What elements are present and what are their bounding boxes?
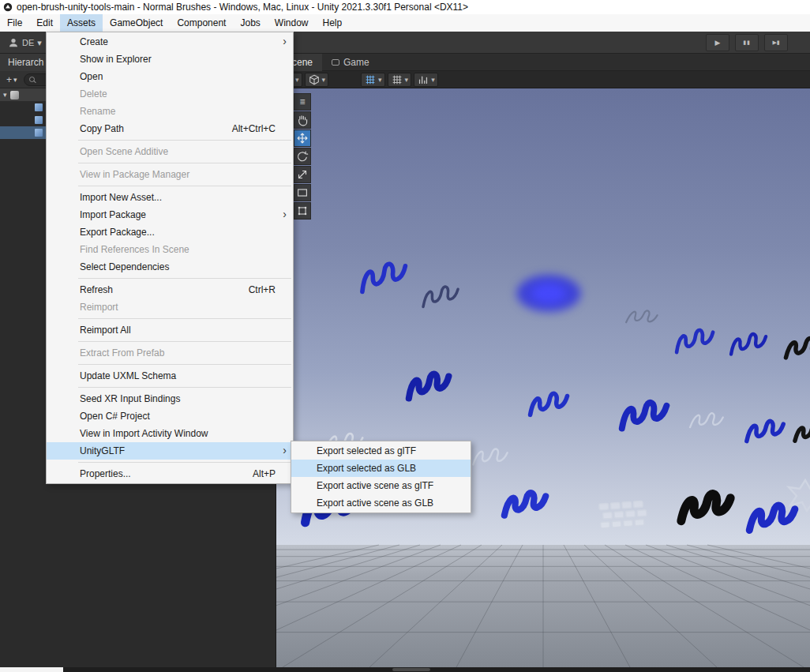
tool-handle-dropdown[interactable]: ▾ [414,73,438,87]
brush-stroke [726,328,772,362]
brush-strokes-layer [276,88,810,667]
menu-item-reimport-all[interactable]: Reimport All [47,321,293,339]
step-button[interactable]: ▶▮ [764,34,788,51]
submenu-item-export-selected-as-gltf[interactable]: Export selected as glTF [291,442,471,460]
chevron-down-icon: ▾ [295,76,299,84]
menu-item-update-uxml-schema[interactable]: Update UXML Schema [47,367,293,385]
menu-item-label: Extract From Prefab [80,347,164,359]
menubar-item-assets[interactable]: Assets [60,14,103,32]
menu-item-show-in-explorer[interactable]: Show in Explorer [47,51,293,68]
brush-stroke [685,406,727,437]
menu-item-label: Open Scene Additive [80,146,168,157]
rotate-tool-icon [295,149,309,163]
menu-item-view-in-package-manager[interactable]: View in Package Manager [47,166,293,183]
chevron-down-icon: ▾ [37,38,42,48]
scale-tool-icon [295,167,309,182]
scene-viewport[interactable]: ≡ [276,88,810,667]
move-tool[interactable] [294,130,311,147]
menu-item-copy-path[interactable]: Copy PathAlt+Ctrl+C [47,120,293,137]
rotate-tool[interactable] [294,148,311,165]
scale-tool[interactable] [294,166,311,183]
menu-separator [78,278,291,279]
menu-item-create[interactable]: Create› [47,33,293,51]
brush-stroke [614,395,673,438]
menubar-item-help[interactable]: Help [316,14,350,32]
rect-tool[interactable] [294,184,311,201]
menu-item-properties[interactable]: Properties...Alt+P [47,465,293,482]
menu-item-reimport[interactable]: Reimport [47,298,293,316]
transform-tool[interactable] [294,202,311,220]
menu-item-delete[interactable]: Delete [47,85,293,103]
menu-item-label: Export Package... [80,227,155,238]
foldout-caret-icon: ▾ [3,91,7,99]
menubar-item-edit[interactable]: Edit [29,14,60,32]
effects-dropdown[interactable]: ▾ [305,73,329,87]
menu-item-label: Reimport [80,302,118,313]
menu-item-label: Open C# Project [80,411,150,422]
menu-item-extract-from-prefab[interactable]: Extract From Prefab [47,344,293,362]
menu-item-label: Seed XR Input Bindings [80,393,180,404]
menu-bar: FileEditAssetsGameObjectComponentJobsWin… [0,14,810,32]
plus-icon: + [6,74,12,85]
submenu-item-export-active-scene-as-glb[interactable]: Export active scene as GLB [291,494,471,512]
menu-separator [78,163,291,163]
menu-item-label: View in Import Activity Window [80,428,208,439]
menubar-item-gameobject[interactable]: GameObject [103,14,170,32]
step-icon: ▶▮ [772,39,779,46]
menubar-item-jobs[interactable]: Jobs [233,14,267,32]
brush-stroke [418,280,464,314]
submenu-item-label: Export active scene as glTF [317,480,433,491]
overlay-menu-icon: ≡ [299,96,305,107]
menubar-item-file[interactable]: File [0,14,29,32]
unity-window: { "window": { "title": "open-brush-unity… [0,0,810,672]
bottom-overlay-pill [392,668,430,671]
menubar-item-window[interactable]: Window [268,14,316,32]
menu-item-view-in-import-activity-window[interactable]: View in Import Activity Window [47,425,293,442]
submenu-arrow-icon: › [283,35,287,47]
submenu-item-export-active-scene-as-gltf[interactable]: Export active scene as glTF [291,477,471,494]
tab-hierarchy[interactable]: Hierarch [0,54,51,71]
brush-stroke [509,266,588,321]
menu-item-import-package[interactable]: Import Package› [47,206,293,223]
menu-item-seed-xr-input-bindings[interactable]: Seed XR Input Bindings [47,390,293,407]
menu-item-rename[interactable]: Rename [47,103,293,120]
view-tool[interactable] [294,111,311,129]
submenu-item-export-selected-as-glb[interactable]: Export selected as GLB [291,460,471,477]
menu-item-open-scene-additive[interactable]: Open Scene Additive [47,143,293,160]
account-dropdown[interactable]: DE ▾ [3,35,47,51]
scene-asset-icon [10,91,19,99]
menu-item-export-package[interactable]: Export Package... [47,223,293,241]
submenu-item-label: Export active scene as GLB [317,497,433,509]
snap-increment-dropdown[interactable]: ▾ [388,73,412,87]
menu-item-import-new-asset[interactable]: Import New Asset... [47,189,293,206]
menu-item-find-references-in-scene[interactable]: Find References In Scene [47,241,293,258]
rect-tool-icon [295,186,309,200]
menu-item-open[interactable]: Open [47,68,293,85]
menu-item-select-dependencies[interactable]: Select Dependencies [47,258,293,276]
menubar-item-component[interactable]: Component [170,14,233,32]
menu-item-label: Rename [80,106,115,117]
assets-menu-panel: Create›Show in ExplorerOpenDeleteRenameC… [46,32,294,484]
pause-button[interactable]: ▮▮ [735,34,759,51]
menu-item-refresh[interactable]: RefreshCtrl+R [47,281,293,298]
grid-visibility-dropdown[interactable]: ▾ [361,73,385,87]
menu-item-label: View in Package Manager [80,169,189,180]
gameobject-icon [35,129,43,137]
overlay-menu-button[interactable]: ≡ [294,93,311,111]
menu-item-open-c-project[interactable]: Open C# Project [47,407,293,425]
grid-icon [391,73,403,86]
tab-game[interactable]: Game [322,54,379,71]
menu-item-label: UnityGLTF [80,445,125,456]
window-title: open-brush-unity-tools-main - Normal Bru… [17,2,468,13]
add-object-button[interactable]: + ▾ [3,74,21,85]
unitygltf-submenu-panel: Export selected as glTFExport selected a… [291,441,471,513]
scene-view-toolbar: ▾▾▾▾▾ [276,71,810,88]
brush-stroke [780,477,810,512]
menu-separator [78,364,291,365]
menu-item-shortcut: Alt+Ctrl+C [232,123,287,134]
menu-separator [78,462,291,463]
menu-item-unitygltf[interactable]: UnityGLTF› [47,442,293,460]
menu-item-label: Update UXML Schema [80,370,176,381]
play-button[interactable]: ▶ [706,34,729,51]
chevron-down-icon: ▾ [322,76,326,84]
